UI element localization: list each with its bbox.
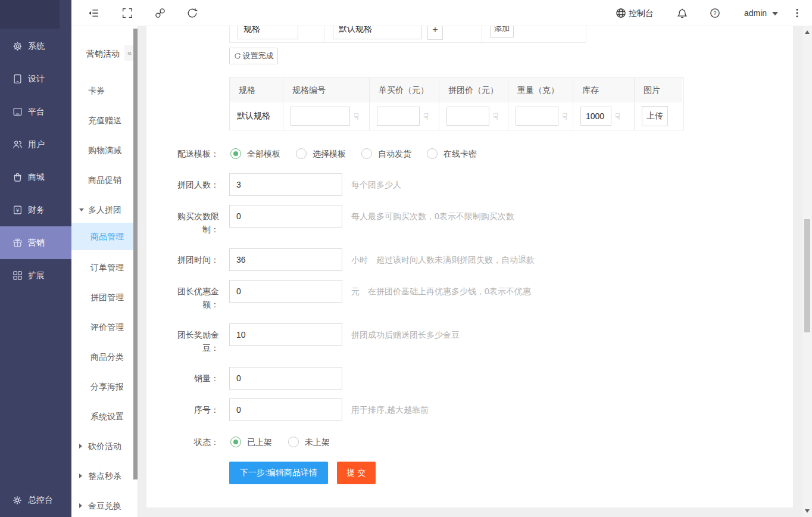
field-hint: 每个团多少人 xyxy=(351,173,401,196)
sidebar-item-platform[interactable]: 平台 xyxy=(0,95,71,128)
admin-menu[interactable]: admin xyxy=(744,0,767,26)
weight-input[interactable] xyxy=(516,107,558,126)
fill-down-icon[interactable] xyxy=(354,112,359,121)
refresh-icon[interactable] xyxy=(187,8,198,18)
menu-group-group-buying[interactable]: 多人拼团 xyxy=(71,195,138,225)
radio-off-shelf[interactable] xyxy=(288,437,299,447)
menu-item-product-promotion[interactable]: 商品促销 xyxy=(71,165,138,195)
refresh-small-icon xyxy=(234,52,241,60)
spec-table-header: 规格 规格编号 单买价（元） 拼团价（元） 重量（克） 库存 图片 xyxy=(230,78,683,102)
scroll-down-arrow-icon[interactable] xyxy=(805,509,810,513)
upload-image-button[interactable]: 上传 xyxy=(642,106,668,126)
menu-item-system-settings[interactable]: 系统设置 xyxy=(71,401,138,431)
menu-item-coupons[interactable]: 卡券 xyxy=(71,76,138,105)
radio-label[interactable]: 未上架 xyxy=(305,431,330,453)
field-hint: 拼团成功后赠送团长多少金豆 xyxy=(351,323,460,346)
radio-online-card[interactable] xyxy=(427,148,438,159)
submit-button[interactable]: 提 交 xyxy=(337,462,376,484)
leader-discount-input[interactable] xyxy=(229,280,342,303)
leader-reward-input[interactable] xyxy=(229,323,342,346)
radio-auto-delivery[interactable] xyxy=(361,148,372,159)
gear-icon xyxy=(13,41,23,51)
menu-group-bargain-activity[interactable]: 砍价活动 xyxy=(71,431,138,461)
svg-text:¥: ¥ xyxy=(15,207,20,213)
form-card: + 添加 设置完成 规格 规格编号 单买价（元） 拼团价（元） 重量（克） 库存… xyxy=(146,26,793,507)
spec-done-button[interactable]: 设置完成 xyxy=(229,48,278,64)
add-spec-button[interactable]: 添加 xyxy=(490,26,514,38)
form-row-sort-order: 序号： 用于排序,越大越靠前 xyxy=(146,398,793,421)
bell-icon[interactable] xyxy=(677,8,688,18)
fill-down-icon[interactable] xyxy=(562,112,567,121)
field-label: 团长优惠金额： xyxy=(171,285,219,311)
fullscreen-icon[interactable] xyxy=(122,8,133,18)
group-price-input[interactable] xyxy=(446,107,489,126)
scroll-up-arrow-icon[interactable] xyxy=(805,30,810,34)
next-step-button[interactable]: 下一步:编辑商品详情 xyxy=(229,462,328,484)
menu-item-recharge-gift[interactable]: 充值赠送 xyxy=(71,105,138,135)
globe-icon[interactable] xyxy=(616,8,626,18)
group-time-input[interactable] xyxy=(229,248,342,271)
radio-label[interactable]: 自动发货 xyxy=(378,143,411,164)
purchase-limit-input[interactable] xyxy=(229,205,342,228)
add-spec-value-button[interactable]: + xyxy=(427,26,443,40)
menu-item-group-management[interactable]: 拼团管理 xyxy=(71,282,138,312)
more-menu-icon[interactable] xyxy=(792,8,802,18)
menu-item-product-category[interactable]: 商品分类 xyxy=(71,342,138,372)
stock-input[interactable] xyxy=(580,107,611,126)
form-row-delivery-template: 配送模板： 全部模板 选择模板 自动发货 在线卡密 xyxy=(146,143,793,164)
sort-order-input[interactable] xyxy=(229,398,342,421)
radio-all-templates[interactable] xyxy=(230,148,241,159)
sidebar-item-finance[interactable]: ¥ 财务 xyxy=(0,194,71,226)
sales-input[interactable] xyxy=(229,367,342,390)
sidebar-item-users[interactable]: 用户 xyxy=(0,128,71,161)
sidebar-item-system[interactable]: 系统 xyxy=(0,30,71,63)
menu-item-shopping-discount[interactable]: 购物满减 xyxy=(71,135,138,165)
sidebar-item-marketing[interactable]: 营销 xyxy=(0,226,71,259)
submenu-scrollbar-thumb[interactable] xyxy=(133,29,138,479)
col-header: 图片 xyxy=(635,78,682,102)
menu-item-share-poster[interactable]: 分享海报 xyxy=(71,372,138,401)
sidebar-item-design[interactable]: 设计 xyxy=(0,63,71,95)
primary-sidebar: 系统 设计 平台 用户 商城 ¥ 财务 xyxy=(0,0,71,517)
fill-down-icon[interactable] xyxy=(423,112,429,121)
spec-code-input[interactable] xyxy=(291,107,350,126)
menu-item-order-management[interactable]: 订单管理 xyxy=(71,253,138,282)
radio-label[interactable]: 选择模板 xyxy=(313,143,346,164)
fill-down-icon[interactable] xyxy=(493,112,498,121)
col-header: 拼团价（元） xyxy=(439,78,508,102)
yuan-icon: ¥ xyxy=(13,205,23,215)
radio-label[interactable]: 全部模板 xyxy=(247,143,280,164)
form-row-sales: 销量： xyxy=(146,367,793,390)
collapse-menu-icon[interactable] xyxy=(88,8,99,18)
sidebar-item-label: 财务 xyxy=(28,205,45,216)
radio-on-shelf[interactable] xyxy=(230,437,241,447)
menu-item-product-management[interactable]: 商品管理 xyxy=(71,223,138,250)
radio-select-template[interactable] xyxy=(296,148,307,159)
scrollbar-thumb[interactable] xyxy=(804,219,810,332)
spec-value-input[interactable] xyxy=(333,26,422,39)
page-scrollbar[interactable] xyxy=(802,26,812,517)
menu-item-review-management[interactable]: 评价管理 xyxy=(71,312,138,342)
caret-down-icon[interactable] xyxy=(772,12,778,15)
buy-price-input[interactable] xyxy=(377,107,420,126)
chevron-right-icon xyxy=(79,503,82,508)
radio-label[interactable]: 在线卡密 xyxy=(444,143,477,164)
console-link[interactable]: 控制台 xyxy=(629,0,654,26)
link-icon[interactable] xyxy=(155,8,165,18)
fill-down-icon[interactable] xyxy=(615,112,620,121)
field-label: 序号： xyxy=(171,403,219,416)
tablet-icon xyxy=(13,74,23,84)
sidebar-item-label: 平台 xyxy=(28,107,45,117)
group-size-input[interactable] xyxy=(229,173,342,196)
spec-name-input[interactable] xyxy=(238,26,298,39)
secondary-sidebar: 营销活动 « 卡券 充值赠送 购物满减 商品促销 多人拼团 商品管理 订单管理 … xyxy=(71,26,138,517)
field-hint: 用于排序,越大越靠前 xyxy=(351,398,429,421)
sidebar-item-extensions[interactable]: 扩展 xyxy=(0,259,71,292)
help-icon[interactable]: ? xyxy=(710,8,720,18)
radio-label[interactable]: 已上架 xyxy=(247,431,272,453)
sidebar-item-mall[interactable]: 商城 xyxy=(0,161,71,194)
menu-group-gold-bean-exchange[interactable]: 金豆兑换 xyxy=(71,491,138,517)
sidebar-item-label: 商城 xyxy=(28,172,45,183)
menu-group-flash-sale[interactable]: 整点秒杀 xyxy=(71,461,138,491)
sidebar-item-master-console[interactable]: 总控台 xyxy=(0,484,71,517)
